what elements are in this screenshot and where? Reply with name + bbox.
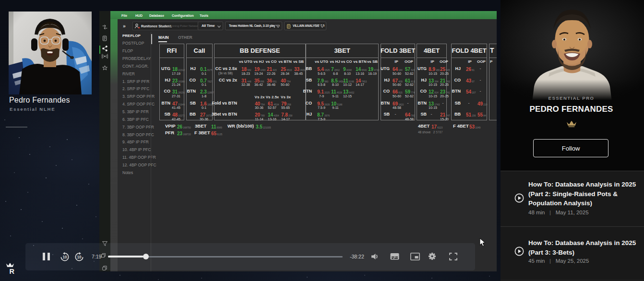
svg-text:R: R: [10, 268, 15, 275]
svg-text:10: 10: [62, 255, 67, 259]
svg-text:10: 10: [77, 255, 82, 259]
